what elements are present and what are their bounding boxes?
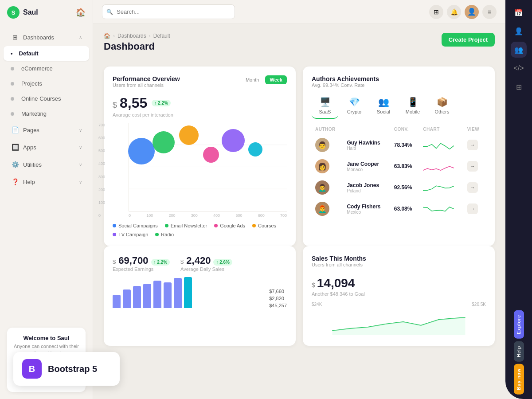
right-panel: 📅 👤 👥 </> ⊞ Explore Help Buy now <box>505 0 532 399</box>
sales-value: 14,094 <box>317 276 355 290</box>
bubble-tv <box>222 129 245 152</box>
bootstrap-badge: B Bootstrap 5 <box>13 352 120 386</box>
topbar-grid-icon[interactable]: ⊞ <box>429 5 443 19</box>
tab-saas[interactable]: 🖥️ SaaS <box>312 93 338 119</box>
search-input[interactable] <box>102 4 235 19</box>
sidebar-item-apps[interactable]: 🔲 Apps ∨ <box>4 139 89 156</box>
breadcrumb-home[interactable]: 🏠 <box>104 33 110 39</box>
earnings-label1: Expected Earnings <box>113 266 170 272</box>
authors-tabs: 🖥️ SaaS 💎 Crypto 👥 Social 📱 Mobile <box>312 93 486 119</box>
authors-card: Authors Achievements Avg. 69.34% Conv. R… <box>303 66 495 246</box>
welcome-title: Welcome to Saul <box>12 335 80 341</box>
topbar-menu-icon[interactable]: ≡ <box>482 5 497 19</box>
bubble-courses <box>203 147 219 163</box>
social-icon: 👥 <box>378 97 389 107</box>
topbar-bell-icon[interactable]: 🔔 <box>447 5 461 19</box>
author-avatar: 👩 <box>315 159 329 173</box>
bar-8 <box>184 277 192 308</box>
legend-tv: TV Campaign <box>113 232 148 237</box>
bottom-row: $ 69,700 ↑ 2.2% Expected Earnings $ 2,42… <box>104 246 495 346</box>
rp-calendar-icon[interactable]: 📅 <box>511 4 527 20</box>
sales-level1: $24K <box>312 302 322 307</box>
sales-goal: Another $48,346 to Goal <box>312 291 486 297</box>
bar-4 <box>143 284 151 308</box>
sidebar-item-marketing[interactable]: Marketing <box>4 106 89 121</box>
create-project-button[interactable]: Create Project <box>442 33 495 47</box>
sidebar-header: S Saul 🏠 <box>0 0 93 25</box>
pages-chevron: ∨ <box>79 128 82 133</box>
rp-code-icon[interactable]: </> <box>511 60 527 76</box>
bar-5 <box>153 281 161 308</box>
cards-row: Performance Overview Users from all chan… <box>104 66 495 246</box>
bar-6 <box>164 282 172 308</box>
earnings-badge2: ↑ 2.6% <box>213 259 232 266</box>
performance-title: Performance Overview <box>113 75 180 82</box>
tab-mobile[interactable]: 📱 Mobile <box>399 93 426 119</box>
topbar: 🔍 ⊞ 🔔 👤 ≡ <box>93 0 505 24</box>
breadcrumb-default[interactable]: Default <box>153 33 170 39</box>
nav-dot <box>11 97 14 101</box>
buynow-button[interactable]: Buy now <box>514 364 524 395</box>
legend-courses: Courses <box>252 223 276 228</box>
tab-crypto[interactable]: 💎 Crypto <box>341 93 368 119</box>
page-header: 🏠 › Dashboards › Default Dashboard <box>104 33 170 59</box>
sidebar-item-utilities[interactable]: ⚙️ Utilities ∨ <box>4 156 89 173</box>
toggle-month-btn[interactable]: Month <box>241 75 264 84</box>
sidebar-item-projects[interactable]: Projects <box>4 76 89 91</box>
view-author-button[interactable]: → <box>467 182 478 193</box>
earnings-bar-chart <box>113 277 262 308</box>
topbar-right: ⊞ 🔔 👤 ≡ <box>429 5 497 19</box>
toggle-week-btn[interactable]: Week <box>265 75 287 84</box>
topbar-avatar[interactable]: 👤 <box>465 5 479 19</box>
earnings-card: $ 69,700 ↑ 2.2% Expected Earnings $ 2,42… <box>104 246 296 346</box>
grid-lines <box>129 123 287 211</box>
bubble-email <box>153 131 175 153</box>
view-author-button[interactable]: → <box>467 161 478 172</box>
performance-header: Performance Overview Users from all chan… <box>113 75 287 93</box>
mobile-icon: 📱 <box>407 97 419 107</box>
sales-chart <box>312 309 486 335</box>
page-title: Dashboard <box>104 41 170 52</box>
sidebar-item-online-courses[interactable]: Online Courses <box>4 91 89 106</box>
table-row: 👨‍🦰 Cody Fishers Mexico 63.08% → <box>312 198 486 219</box>
sidebar-item-default[interactable]: Default <box>4 46 89 61</box>
sales-level2: $20.5K <box>472 302 486 307</box>
pages-icon: 📄 <box>11 125 20 134</box>
sidebar-item-help[interactable]: ❓ Help ∨ <box>4 173 89 190</box>
performance-badge: ↑ 2.2% <box>152 100 171 106</box>
sidebar-back-icon[interactable]: 🏠 <box>76 8 86 17</box>
expected-earnings: $ 69,700 ↑ 2.2% Expected Earnings <box>113 255 170 272</box>
tab-others[interactable]: 📦 Others <box>429 93 455 119</box>
rp-avatar[interactable]: 👤 <box>511 23 527 39</box>
legend-email: Email Newsletter <box>165 223 207 228</box>
mini-sparkline <box>423 203 454 213</box>
tab-social[interactable]: 👥 Social <box>370 93 397 119</box>
performance-subtitle: Users from all channels <box>113 82 180 88</box>
others-icon: 📦 <box>437 97 448 107</box>
table-row: 👨 Guy Hawkins Haiti 78.34% → <box>312 134 486 156</box>
help-button[interactable]: Help <box>514 341 524 362</box>
sidebar-nav: ⊞ Dashboards ∧ Default eCommerce Project… <box>0 25 93 321</box>
table-row: 👩 Jane Cooper Monaco 63.83% → <box>312 156 486 177</box>
view-author-button[interactable]: → <box>467 140 478 150</box>
sidebar-item-ecommerce[interactable]: eCommerce <box>4 61 89 76</box>
view-author-button[interactable]: → <box>467 203 478 214</box>
bootstrap-icon: B <box>22 359 42 379</box>
authors-table: AUTHOR CONV. CHART VIEW 👨 Guy Hawkins Ha… <box>312 124 486 219</box>
apps-icon: 🔲 <box>11 143 20 152</box>
breadcrumb-dashboards[interactable]: Dashboards <box>117 33 146 39</box>
bar-7 <box>174 278 182 308</box>
legend-social: Social Campaigns <box>113 223 158 228</box>
earnings-label2: Average Daily Sales <box>180 266 232 272</box>
legend-google: Google Ads <box>214 223 245 228</box>
rp-grid-icon[interactable]: ⊞ <box>511 79 527 95</box>
x-axis-labels: 0 100 200 300 400 500 600 700 <box>129 211 287 218</box>
utilities-chevron: ∨ <box>79 162 82 167</box>
explore-button[interactable]: Explore <box>514 310 524 339</box>
sales-card: Sales This Months Users from all channel… <box>303 246 495 346</box>
y-axis-labels: 700 600 500 400 300 200 100 0 <box>98 123 105 218</box>
rp-user-icon[interactable]: 👥 <box>511 42 527 58</box>
search-box: 🔍 <box>102 4 235 19</box>
sidebar-item-dashboards[interactable]: ⊞ Dashboards ∧ <box>4 29 89 46</box>
sidebar-item-pages[interactable]: 📄 Pages ∨ <box>4 121 89 138</box>
